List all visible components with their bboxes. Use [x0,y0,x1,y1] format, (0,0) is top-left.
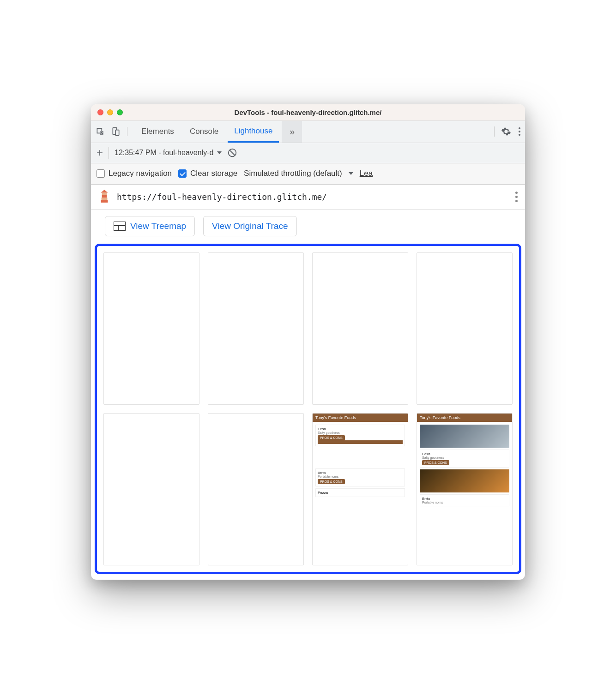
thumb-image [318,440,403,444]
chevron-down-icon[interactable] [349,172,353,175]
thumb-button: PROS & CONS [318,479,345,484]
window-controls [97,109,123,115]
new-report-button[interactable]: + [97,146,103,159]
chevron-down-icon [217,151,222,154]
lighthouse-icon [98,190,110,204]
thumb-subtitle: Salty goodness [318,431,403,434]
devtools-window: DevTools - foul-heavenly-direction.glitc… [91,104,525,580]
thumb-card: Fesh Salty goodness PROS & CONS [315,425,405,446]
divider [109,147,109,159]
trace-label: View Original Trace [212,221,288,231]
thumb-title: Brrto [422,497,507,501]
treemap-icon [114,222,126,231]
thumb-header: Tony's Favorite Foods [417,414,512,422]
treemap-label: View Treemap [130,221,186,231]
clear-icon[interactable] [227,148,237,158]
options-bar: Legacy navigation Clear storage Simulate… [91,163,525,185]
report-selector[interactable]: 12:35:47 PM - foul-heavenly-d [115,149,222,157]
svg-line-3 [230,150,235,156]
throttling-label: Simulated throttling (default) [244,169,342,178]
thumb-subtitle: Portable noms [318,475,403,478]
filmstrip-highlight: Tony's Favorite Foods Fesh Salty goodnes… [95,244,521,574]
thumb-title: Fesh [422,452,507,456]
close-icon[interactable] [97,109,103,115]
legacy-navigation-option[interactable]: Legacy navigation [97,169,172,178]
gear-icon[interactable] [501,126,511,137]
filmstrip-frame[interactable]: Tony's Favorite Foods Fesh Salty goodnes… [312,413,408,565]
devtools-tabstrip: Elements Console Lighthouse » [91,121,525,143]
device-toggle-icon[interactable] [111,127,121,136]
url-bar: https://foul-heavenly-direction.glitch.m… [91,185,525,210]
checkbox-checked-icon[interactable] [178,169,187,178]
throttling-option[interactable]: Simulated throttling (default) [244,169,342,178]
thumb-button: PROS & CONS [422,460,449,465]
thumb-title: Pezza [318,491,403,495]
thumb-card: Brrto Portable noms [420,494,509,506]
inspect-icon[interactable] [96,127,105,136]
action-buttons: View Treemap View Original Trace [91,210,525,244]
filmstrip-frame[interactable] [208,413,304,565]
filmstrip-frame[interactable] [417,252,513,405]
svg-marker-4 [101,190,108,192]
svg-rect-7 [102,198,108,200]
audited-url: https://foul-heavenly-direction.glitch.m… [117,192,327,202]
thumb-title: Fesh [318,427,403,431]
page-thumbnail: Tony's Favorite Foods Fesh Salty goodnes… [417,414,512,565]
svg-rect-6 [102,195,107,198]
thumb-card: Brrto Portable noms PROS & CONS [315,468,405,486]
thumb-header: Tony's Favorite Foods [313,414,408,422]
thumb-button: PROS & CONS [318,435,345,440]
report-toolbar: + 12:35:47 PM - foul-heavenly-d [91,143,525,163]
filmstrip-frame[interactable] [103,252,199,405]
thumb-card: Fesh Salty goodness PROS & CONS [420,450,509,468]
clear-storage-option[interactable]: Clear storage [178,169,237,178]
page-thumbnail: Tony's Favorite Foods Fesh Salty goodnes… [313,414,408,565]
legacy-label: Legacy navigation [109,169,172,178]
view-treemap-button[interactable]: View Treemap [105,216,195,236]
clear-label: Clear storage [190,169,237,178]
tab-lighthouse[interactable]: Lighthouse [228,120,279,143]
minimize-icon[interactable] [107,109,113,115]
thumb-image [420,425,509,448]
filmstrip-frame[interactable] [103,413,199,565]
kebab-menu-icon[interactable] [519,127,520,136]
window-title: DevTools - foul-heavenly-direction.glitc… [91,108,525,116]
report-menu-icon[interactable] [515,192,518,202]
more-tabs-icon[interactable]: » [282,120,302,143]
thumb-title: Brrto [318,471,403,475]
report-label: 12:35:47 PM - foul-heavenly-d [115,149,213,157]
filmstrip-frame[interactable]: Tony's Favorite Foods Fesh Salty goodnes… [417,413,513,565]
filmstrip-frame[interactable] [208,252,304,405]
maximize-icon[interactable] [117,109,123,115]
checkbox-unchecked-icon[interactable] [97,169,105,178]
svg-rect-1 [115,130,119,136]
thumb-subtitle: Portable noms [422,501,507,504]
tab-elements[interactable]: Elements [135,120,181,143]
titlebar: DevTools - foul-heavenly-direction.glitc… [91,104,525,121]
learn-more-link[interactable]: Lea [360,169,373,178]
thumb-card: Pezza [315,488,405,497]
svg-rect-8 [101,200,108,203]
thumb-subtitle: Salty goodness [422,456,507,459]
thumb-image [420,469,509,492]
filmstrip-frame[interactable] [312,252,408,405]
view-trace-button[interactable]: View Original Trace [203,216,296,236]
filmstrip: Tony's Favorite Foods Fesh Salty goodnes… [103,252,513,565]
svg-rect-5 [102,193,107,195]
tab-console[interactable]: Console [183,120,225,143]
